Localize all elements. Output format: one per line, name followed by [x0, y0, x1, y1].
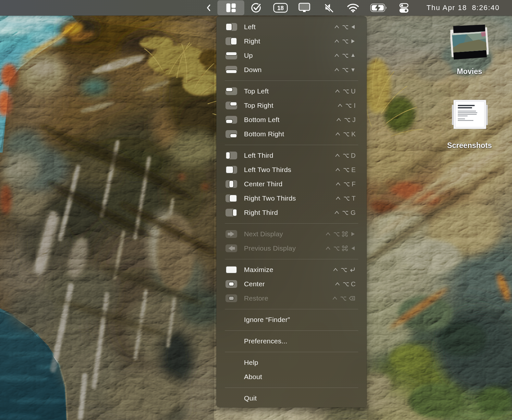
svg-text:18: 18 — [277, 5, 284, 11]
